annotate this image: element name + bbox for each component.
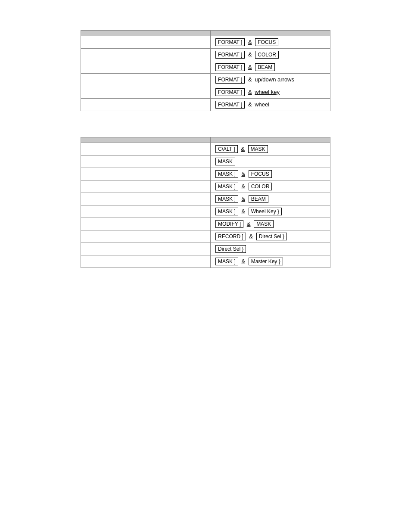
table-row: FORMAT ] & up/down arrows — [81, 74, 330, 86]
directsel-key-2[interactable]: Direct Sel } — [215, 245, 246, 253]
table2-row4-keys: MASK ] & COLOR — [211, 180, 330, 193]
amp-5: & — [248, 89, 252, 95]
color-key-2[interactable]: COLOR — [249, 183, 272, 190]
calt-key[interactable]: C/ALT ] — [215, 145, 238, 153]
table2-row7-label — [81, 218, 211, 230]
table1-row3-keys: FORMAT ] & BEAM — [211, 61, 330, 74]
table1-row6-keys: FORMAT ] & wheel — [211, 99, 330, 111]
masterkey-btn[interactable]: Master Key } — [249, 258, 283, 265]
table-row: MASK ] & Master Key } — [81, 255, 330, 268]
format-key-2[interactable]: FORMAT ] — [215, 51, 245, 59]
table1-row3-label — [81, 61, 211, 74]
table-row: FORMAT ] & wheel key — [81, 86, 330, 99]
table2-row2-keys: MASK — [211, 156, 330, 168]
table-row: MODIFY ] & MASK — [81, 218, 330, 230]
mask-key-8[interactable]: MASK ] — [215, 258, 238, 265]
amp-t2-3: & — [241, 171, 245, 177]
format-key-6[interactable]: FORMAT ] — [215, 101, 245, 109]
mask-key-5[interactable]: MASK ] — [215, 195, 238, 203]
table2-row9-label — [81, 243, 211, 255]
table2-row6-label — [81, 205, 211, 218]
table2-row3-label — [81, 168, 211, 180]
mask-key-6[interactable]: MASK ] — [215, 208, 238, 215]
table2-row6-keys: MASK ] & Wheel Key } — [211, 205, 330, 218]
amp-t2-6: & — [241, 208, 245, 215]
table1-row5-label — [81, 86, 211, 99]
table-row: Direct Sel } — [81, 243, 330, 255]
table-row: RECORD ] & Direct Sel } — [81, 230, 330, 243]
table1-row4-keys: FORMAT ] & up/down arrows — [211, 74, 330, 86]
table1-row2-label — [81, 49, 211, 61]
table2-row5-label — [81, 193, 211, 205]
mask-key-4[interactable]: MASK ] — [215, 183, 238, 190]
format-key-4[interactable]: FORMAT ] — [215, 76, 245, 84]
amp-2: & — [248, 51, 252, 58]
table2-header-col2 — [211, 137, 330, 143]
beam-key-1[interactable]: BEAM — [255, 63, 275, 71]
table2-header-col1 — [81, 137, 211, 143]
wheel-key-label: wheel key — [255, 89, 280, 95]
table1-row1-keys: FORMAT ] & FOCUS — [211, 36, 330, 49]
table-row: FORMAT ] & FOCUS — [81, 36, 330, 49]
table1-row4-label — [81, 74, 211, 86]
wheelkey-btn[interactable]: Wheel Key } — [249, 208, 282, 215]
amp-4: & — [248, 76, 252, 83]
table2-row10-keys: MASK ] & Master Key } — [211, 255, 330, 268]
table2-row1-label — [81, 143, 211, 156]
table-row: FORMAT ] & wheel — [81, 99, 330, 111]
amp-1: & — [248, 39, 252, 45]
table-row: FORMAT ] & COLOR — [81, 49, 330, 61]
amp-t2-10: & — [241, 258, 245, 264]
focus-key-1[interactable]: FOCUS — [255, 38, 278, 46]
table2-row9-keys: Direct Sel } — [211, 243, 330, 255]
table-row: MASK — [81, 156, 330, 168]
table2-row3-keys: MASK ] & FOCUS — [211, 168, 330, 180]
amp-t2-7: & — [247, 221, 251, 227]
table1: FORMAT ] & FOCUS FORMAT ] & COLOR FORMAT… — [81, 30, 330, 111]
beam-key-2[interactable]: BEAM — [249, 195, 268, 203]
table-row: FORMAT ] & BEAM — [81, 61, 330, 74]
table-row: MASK ] & FOCUS — [81, 168, 330, 180]
amp-t2-4: & — [241, 183, 245, 190]
table2-row8-label — [81, 230, 211, 243]
table2-row7-keys: MODIFY ] & MASK — [211, 218, 330, 230]
format-key-3[interactable]: FORMAT ] — [215, 63, 245, 71]
mask-key-7[interactable]: MASK — [254, 220, 274, 228]
table-row: MASK ] & BEAM — [81, 193, 330, 205]
mask-key-2[interactable]: MASK — [215, 158, 235, 165]
amp-3: & — [248, 64, 252, 70]
table2-container: C/ALT ] & MASK MASK MASK ] & FOCUS — [81, 137, 330, 268]
table-row: MASK ] & COLOR — [81, 180, 330, 193]
directsel-key-1[interactable]: Direct Sel } — [256, 233, 287, 240]
format-key-1[interactable]: FORMAT ] — [215, 38, 245, 46]
table2-row4-label — [81, 180, 211, 193]
focus-key-2[interactable]: FOCUS — [249, 170, 272, 178]
modify-key[interactable]: MODIFY ] — [215, 220, 243, 228]
table1-header-col2 — [211, 31, 330, 36]
table1-container: FORMAT ] & FOCUS FORMAT ] & COLOR FORMAT… — [81, 30, 330, 111]
updown-arrows-label: up/down arrows — [255, 76, 294, 83]
mask-key-1[interactable]: MASK — [248, 145, 268, 153]
table1-row5-keys: FORMAT ] & wheel key — [211, 86, 330, 99]
table1-row6-label — [81, 99, 211, 111]
amp-6: & — [248, 101, 252, 108]
table2-row2-label — [81, 156, 211, 168]
mask-key-3[interactable]: MASK ] — [215, 170, 238, 178]
table1-header-col1 — [81, 31, 211, 36]
amp-t2-5: & — [241, 196, 245, 202]
wheel-label: wheel — [255, 101, 269, 108]
record-key[interactable]: RECORD ] — [215, 233, 246, 240]
table2-row8-keys: RECORD ] & Direct Sel } — [211, 230, 330, 243]
table1-row1-label — [81, 36, 211, 49]
table2-row10-label — [81, 255, 211, 268]
format-key-5[interactable]: FORMAT ] — [215, 88, 245, 96]
table2-row5-keys: MASK ] & BEAM — [211, 193, 330, 205]
table1-row2-keys: FORMAT ] & COLOR — [211, 49, 330, 61]
table2-row1-keys: C/ALT ] & MASK — [211, 143, 330, 156]
table2: C/ALT ] & MASK MASK MASK ] & FOCUS — [81, 137, 330, 268]
color-key-1[interactable]: COLOR — [255, 51, 279, 59]
table-row: MASK ] & Wheel Key } — [81, 205, 330, 218]
amp-t2-8: & — [249, 233, 253, 240]
amp-t2-1: & — [241, 146, 245, 152]
table-row: C/ALT ] & MASK — [81, 143, 330, 156]
